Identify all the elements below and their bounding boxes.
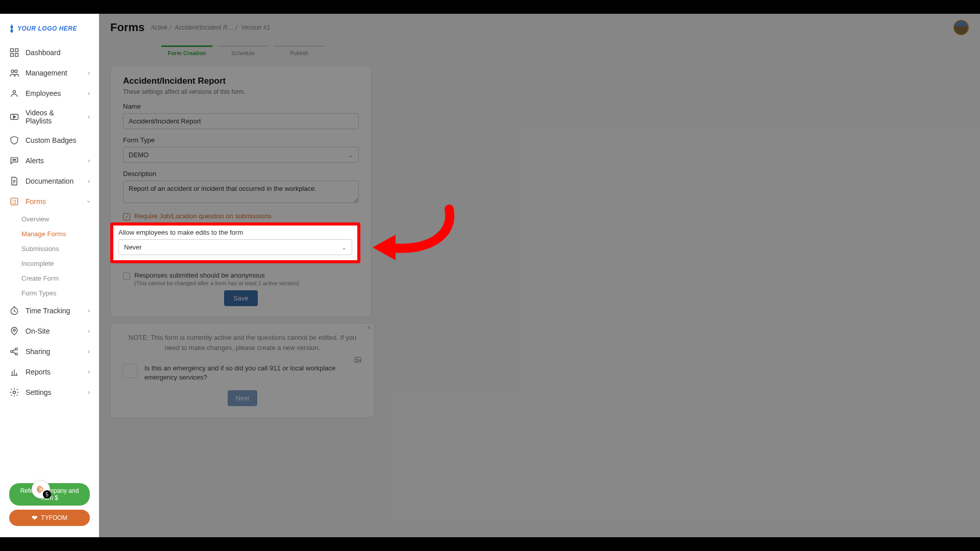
description-textarea[interactable]: [123, 181, 359, 203]
form-icon: [9, 196, 19, 207]
people-icon: [9, 68, 19, 78]
nav-settings[interactable]: Settings›: [0, 382, 99, 403]
breadcrumb: Active/ Accident/Incident R…/ Version #1: [151, 24, 270, 31]
video-icon: [9, 112, 19, 122]
crumb-version[interactable]: Version #1: [241, 24, 270, 31]
card-subtitle: These settings affect all versions of th…: [123, 88, 359, 95]
subnav-overview[interactable]: Overview: [21, 212, 99, 227]
chevron-down-icon: ⌄: [341, 244, 347, 251]
svg-point-4: [11, 70, 14, 72]
page-title: Forms: [110, 21, 144, 34]
nav-management[interactable]: Management›: [0, 63, 99, 83]
svg-point-13: [13, 329, 15, 331]
name-input[interactable]: [123, 113, 359, 129]
notification-badge[interactable]: 5: [32, 480, 50, 498]
close-icon[interactable]: ✕: [366, 324, 371, 331]
anonymous-checkbox-row[interactable]: Responses submitted should be anonymous …: [123, 271, 359, 286]
svg-rect-3: [15, 54, 18, 57]
form-settings-card: Accident/Incident Report These settings …: [110, 65, 372, 317]
card-title: Accident/Incident Report: [123, 76, 359, 86]
checkbox-icon: [123, 213, 130, 220]
chart-icon: [9, 367, 19, 377]
nav-sharing[interactable]: Sharing›: [0, 341, 99, 362]
gear-icon: [9, 387, 19, 397]
forms-submenu: Overview Manage Forms Submissions Incomp…: [0, 212, 99, 300]
svg-point-8: [13, 160, 14, 161]
step-form-creation[interactable]: Form Creation: [161, 45, 212, 56]
nav-alerts[interactable]: Alerts›: [0, 151, 99, 171]
nav-documentation[interactable]: Documentation›: [0, 171, 99, 191]
allow-edits-highlight: Allow employees to make edits to the for…: [110, 222, 360, 263]
svg-point-9: [14, 160, 15, 161]
svg-point-17: [13, 391, 16, 394]
desc-label: Description: [123, 170, 359, 178]
share-icon: [9, 346, 19, 357]
note-card: NOTE: This form is currently active and …: [110, 323, 375, 418]
subnav-create-form[interactable]: Create Form: [21, 271, 99, 286]
chat-icon: [9, 156, 19, 166]
allow-edits-label: Allow employees to make edits to the for…: [118, 229, 352, 236]
subnav-incomplete[interactable]: Incomplete: [21, 256, 99, 271]
sidebar: YOUR LOGO HERE Dashboard Management› Emp…: [0, 14, 99, 537]
shield-icon: [9, 135, 19, 145]
tyfoom-button[interactable]: ❤TYFOOM: [9, 510, 90, 526]
svg-rect-2: [11, 54, 14, 57]
nav-reports[interactable]: Reports›: [0, 362, 99, 382]
nav-videos[interactable]: Videos & Playlists›: [0, 104, 99, 130]
crumb-form[interactable]: Accident/Incident R…: [175, 24, 233, 31]
image-icon[interactable]: [354, 356, 362, 366]
crumb-active[interactable]: Active: [151, 24, 167, 31]
pin-icon: [9, 326, 19, 336]
topbar: Forms Active/ Accident/Incident R…/ Vers…: [99, 14, 980, 39]
nav-time-tracking[interactable]: Time Tracking›: [0, 300, 99, 321]
svg-point-10: [15, 160, 16, 161]
svg-point-5: [15, 70, 17, 72]
nav-badges[interactable]: Custom Badges: [0, 130, 99, 151]
save-button[interactable]: Save: [224, 290, 258, 306]
stepper: Form Creation Schedule Publish: [110, 39, 969, 56]
allow-edits-select[interactable]: Never ⌄: [118, 239, 352, 255]
nav-dashboard[interactable]: Dashboard: [0, 42, 99, 63]
anon-helper: (This cannot be changed after a form has…: [134, 280, 299, 286]
next-button[interactable]: Next: [228, 390, 258, 406]
drag-handle[interactable]: [123, 364, 137, 378]
svg-rect-1: [15, 49, 18, 52]
logo: YOUR LOGO HERE: [0, 20, 99, 42]
checkbox-icon: [123, 272, 130, 280]
form-type-select[interactable]: DEMO ⌄: [123, 147, 359, 163]
nav-onsite[interactable]: On-Site›: [0, 321, 99, 341]
stopwatch-icon: [9, 306, 19, 316]
step-schedule[interactable]: Schedule: [217, 45, 268, 56]
svg-point-6: [13, 90, 16, 93]
question-text: Is this an emergency and if so did you c…: [144, 364, 347, 382]
nav-employees[interactable]: Employees›: [0, 83, 99, 104]
require-job-checkbox-row[interactable]: Require Job/Location question on submiss…: [123, 212, 359, 220]
svg-point-19: [356, 359, 358, 360]
note-text: NOTE: This form is currently active and …: [123, 333, 362, 353]
chevron-down-icon: ⌄: [348, 152, 353, 159]
nav-forms[interactable]: Forms›: [0, 191, 99, 212]
svg-rect-0: [11, 49, 14, 52]
dashboard-icon: [9, 47, 19, 58]
subnav-manage-forms[interactable]: Manage Forms: [21, 227, 99, 241]
subnav-form-types[interactable]: Form Types: [21, 286, 99, 300]
logo-flame-icon: [9, 24, 14, 33]
doc-icon: [9, 176, 19, 186]
step-publish[interactable]: Publish: [274, 45, 325, 56]
name-label: Name: [123, 103, 359, 110]
subnav-submissions[interactable]: Submissions: [21, 241, 99, 256]
main: Forms Active/ Accident/Incident R…/ Vers…: [99, 14, 980, 537]
avatar[interactable]: [953, 20, 969, 35]
type-label: Form Type: [123, 136, 359, 144]
users-icon: [9, 88, 19, 98]
